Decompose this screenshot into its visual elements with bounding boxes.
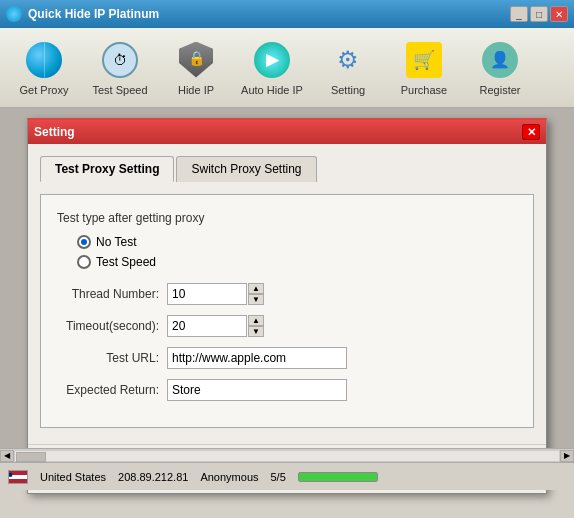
speedometer-icon: ⏱ xyxy=(100,40,140,80)
expected-return-input[interactable] xyxy=(167,379,347,401)
dialog-title: Setting xyxy=(34,125,75,139)
toolbar-item-get-proxy[interactable]: Get Proxy xyxy=(8,33,80,103)
toolbar-item-register[interactable]: 👤 Register xyxy=(464,33,536,103)
country-flag xyxy=(8,470,28,484)
tab-content-test-proxy: Test type after getting proxy No Test Te… xyxy=(40,194,534,428)
toolbar: Get Proxy ⏱ Test Speed 🔒 Hide IP ▶ Auto … xyxy=(0,28,574,108)
status-count: 5/5 xyxy=(271,471,286,483)
scroll-right-button[interactable]: ▶ xyxy=(560,450,574,462)
toolbar-item-hide-ip[interactable]: 🔒 Hide IP xyxy=(160,33,232,103)
status-ip: 208.89.212.81 xyxy=(118,471,188,483)
radio-test-speed-label: Test Speed xyxy=(96,255,156,269)
main-area: Setting ✕ Test Proxy Setting Switch Prox… xyxy=(0,108,574,490)
timeout-up[interactable]: ▲ xyxy=(248,315,264,326)
gear-icon: ⚙ xyxy=(328,40,368,80)
toolbar-item-purchase[interactable]: 🛒 Purchase xyxy=(388,33,460,103)
radio-no-test-label: No Test xyxy=(96,235,136,249)
thread-number-label: Thread Number: xyxy=(57,287,167,301)
purchase-icon: 🛒 xyxy=(404,40,444,80)
thread-number-input[interactable] xyxy=(167,283,247,305)
status-progress-bar xyxy=(298,472,378,482)
timeout-label: Timeout(second): xyxy=(57,319,167,333)
shield-icon: 🔒 xyxy=(176,40,216,80)
test-url-input[interactable] xyxy=(167,347,347,369)
tab-test-proxy[interactable]: Test Proxy Setting xyxy=(40,156,174,182)
toolbar-item-test-speed[interactable]: ⏱ Test Speed xyxy=(84,33,156,103)
title-bar: Quick Hide IP Platinum _ □ ✕ xyxy=(0,0,574,28)
timeout-row: Timeout(second): ▲ ▼ xyxy=(57,315,517,337)
thread-number-spinner: ▲ ▼ xyxy=(248,283,264,305)
tab-switch-proxy[interactable]: Switch Proxy Setting xyxy=(176,156,316,182)
radio-test-speed-circle[interactable] xyxy=(77,255,91,269)
status-country: United States xyxy=(40,471,106,483)
dialog-tabs: Test Proxy Setting Switch Proxy Setting xyxy=(40,156,534,182)
status-bar: United States 208.89.212.81 Anonymous 5/… xyxy=(0,462,574,490)
expected-return-label: Expected Return: xyxy=(57,383,167,397)
dialog-body: Test Proxy Setting Switch Proxy Setting … xyxy=(28,144,546,440)
toolbar-label-register: Register xyxy=(480,84,521,96)
toolbar-label-setting: Setting xyxy=(331,84,365,96)
dialog-close-button[interactable]: ✕ xyxy=(522,124,540,140)
radio-no-test-circle[interactable] xyxy=(77,235,91,249)
horizontal-scrollbar[interactable]: ◀ ▶ xyxy=(0,448,574,462)
toolbar-label-test-speed: Test Speed xyxy=(92,84,147,96)
title-bar-buttons: _ □ ✕ xyxy=(510,6,568,22)
setting-dialog: Setting ✕ Test Proxy Setting Switch Prox… xyxy=(27,118,547,494)
toolbar-label-auto-hide-ip: Auto Hide IP xyxy=(241,84,303,96)
thread-number-down[interactable]: ▼ xyxy=(248,294,264,305)
scroll-track[interactable] xyxy=(14,450,560,462)
timeout-spinner: ▲ ▼ xyxy=(248,315,264,337)
toolbar-label-get-proxy: Get Proxy xyxy=(20,84,69,96)
toolbar-item-auto-hide-ip[interactable]: ▶ Auto Hide IP xyxy=(236,33,308,103)
timeout-down[interactable]: ▼ xyxy=(248,326,264,337)
expected-return-row: Expected Return: xyxy=(57,379,517,401)
close-button[interactable]: ✕ xyxy=(550,6,568,22)
test-url-label: Test URL: xyxy=(57,351,167,365)
radio-group: No Test Test Speed xyxy=(77,235,517,269)
group-label: Test type after getting proxy xyxy=(57,211,517,225)
radio-test-speed[interactable]: Test Speed xyxy=(77,255,517,269)
radio-no-test[interactable]: No Test xyxy=(77,235,517,249)
timeout-input[interactable] xyxy=(167,315,247,337)
register-icon: 👤 xyxy=(480,40,520,80)
app-icon xyxy=(6,6,22,22)
maximize-button[interactable]: □ xyxy=(530,6,548,22)
thread-number-up[interactable]: ▲ xyxy=(248,283,264,294)
app-title: Quick Hide IP Platinum xyxy=(28,7,159,21)
status-progress-fill xyxy=(299,473,377,481)
status-type: Anonymous xyxy=(200,471,258,483)
minimize-button[interactable]: _ xyxy=(510,6,528,22)
globe-icon xyxy=(24,40,64,80)
dialog-overlay: Setting ✕ Test Proxy Setting Switch Prox… xyxy=(0,108,574,490)
toolbar-item-setting[interactable]: ⚙ Setting xyxy=(312,33,384,103)
scroll-left-button[interactable]: ◀ xyxy=(0,450,14,462)
toolbar-label-purchase: Purchase xyxy=(401,84,447,96)
toolbar-label-hide-ip: Hide IP xyxy=(178,84,214,96)
title-bar-left: Quick Hide IP Platinum xyxy=(6,6,159,22)
dialog-title-bar: Setting ✕ xyxy=(28,120,546,144)
test-url-row: Test URL: xyxy=(57,347,517,369)
scroll-thumb[interactable] xyxy=(16,452,46,462)
auto-hide-icon: ▶ xyxy=(252,40,292,80)
thread-number-row: Thread Number: ▲ ▼ xyxy=(57,283,517,305)
